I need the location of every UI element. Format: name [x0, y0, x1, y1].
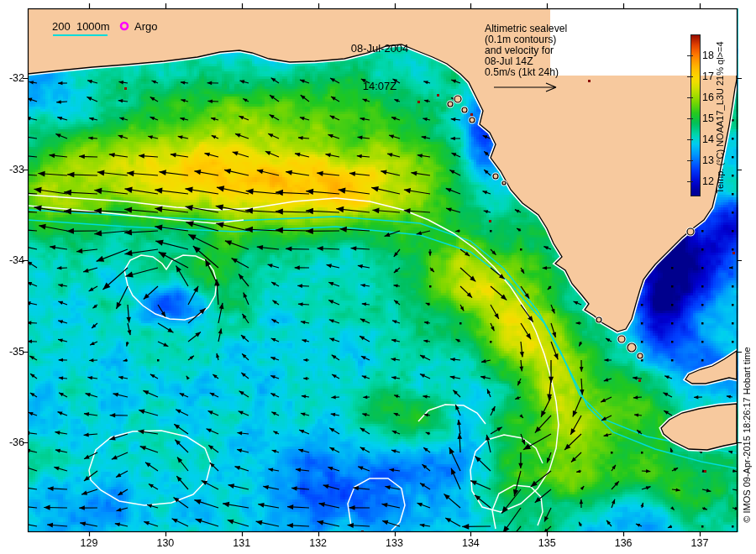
altimetry-info-box: Altimetric sealevel(0.1m contours)and ve… [485, 24, 567, 78]
lon-tick-label: 133 [376, 537, 413, 549]
colorbar-tick-label: 12 [702, 175, 714, 187]
lon-tick-label: 131 [223, 537, 260, 549]
isobath-legend-label: 200 1000m [52, 20, 110, 33]
colorbar-tick-label: 16 [702, 91, 714, 103]
lat-tick-label: -32 [0, 72, 24, 84]
colorbar-axis-label: Temp. (°C) NOAA17_L3U 21% ql>=4 [715, 21, 725, 214]
attribution-text: © IMOS 09-Apr-2015 18:26:17 Hobart time [742, 321, 752, 548]
lat-tick-label: -34 [0, 254, 24, 266]
info-box-line: 0.5m/s (1kt 24h) [485, 67, 567, 78]
oceancurrent-map-figure: 08-Jul-2004 14:07Z 200 1000m Argo Altime… [0, 0, 756, 554]
lat-tick-label: -36 [0, 436, 24, 448]
colorbar-tick-label: 17 [702, 71, 714, 82]
timestamp-date: 08-Jul-2004 [329, 42, 430, 55]
argo-legend-label: Argo [134, 20, 157, 33]
lon-tick-label: 132 [300, 537, 337, 549]
lat-tick-label: -35 [0, 346, 24, 358]
lon-tick-label: 134 [452, 537, 489, 549]
lon-tick-label: 130 [147, 537, 184, 549]
lat-tick-label: -33 [0, 164, 24, 175]
colorbar-tick-label: 15 [702, 112, 714, 124]
colorbar-tick-label: 13 [702, 154, 714, 166]
timestamp: 08-Jul-2004 14:07Z [329, 17, 430, 118]
colorbar-tick-label: 18 [702, 50, 714, 61]
lon-tick-label: 135 [528, 537, 565, 549]
colorbar-tick-label: 14 [702, 133, 714, 145]
lon-tick-label: 137 [681, 537, 718, 549]
timestamp-time: 14:07Z [329, 80, 430, 92]
lon-tick-label: 129 [71, 537, 108, 549]
lon-tick-label: 136 [605, 537, 642, 549]
